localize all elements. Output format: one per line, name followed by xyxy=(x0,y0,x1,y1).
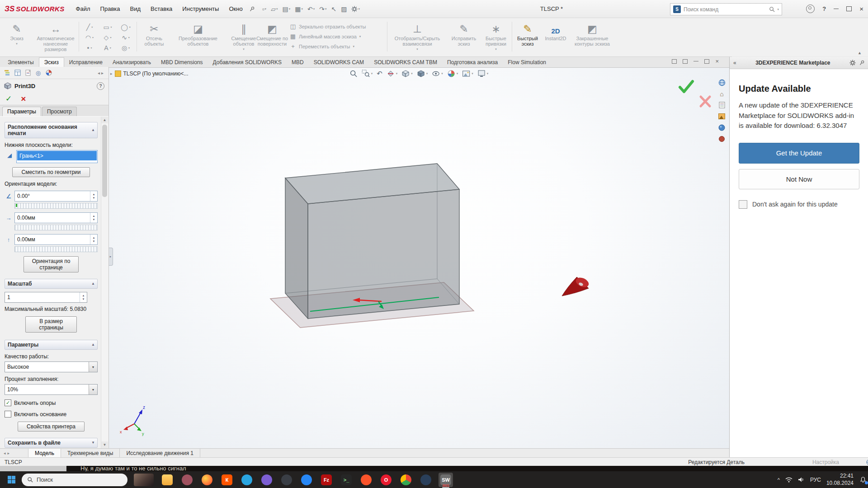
zoom-fit-icon[interactable] xyxy=(349,70,358,78)
new-window-icon[interactable] xyxy=(672,59,677,64)
printer-properties-button[interactable]: Свойства принтера xyxy=(18,422,85,432)
orient-to-page-button[interactable]: Ориентация по странице xyxy=(24,256,79,272)
panel-splitter-handle[interactable]: ▸ xyxy=(108,248,113,266)
ribbon-tab[interactable]: Подготовка анализа xyxy=(442,58,503,67)
spinner-arrows-icon[interactable]: ▲▼ xyxy=(90,213,97,223)
scroll-up-icon[interactable]: ▲ xyxy=(101,117,108,123)
feature-breadcrumb[interactable]: ▸ TLSCP (По умолчанию<... xyxy=(110,70,188,77)
clock[interactable]: 22:41 10.08.2024 xyxy=(826,473,854,487)
doc-minimize-icon[interactable] xyxy=(693,61,698,61)
spinner-arrows-icon[interactable]: ▲▼ xyxy=(90,235,97,244)
taskbar-app-icon[interactable]: O xyxy=(379,473,393,487)
pm-cancel-icon[interactable]: × xyxy=(21,94,26,103)
view-settings-icon[interactable]: ▾ xyxy=(477,70,489,78)
appearances-sphere-icon[interactable] xyxy=(718,124,726,131)
taskbar-app-icon[interactable]: SW 2021 xyxy=(439,473,453,487)
ribbon-tab[interactable]: SOLIDWORKS CAM xyxy=(309,58,369,67)
checkbox-checked-icon[interactable] xyxy=(5,399,11,406)
ribbon-tab[interactable]: Эскиз xyxy=(39,57,64,68)
taskbar-app-icon[interactable] xyxy=(359,473,373,487)
rebuild-icon[interactable]: ▨ xyxy=(339,5,349,14)
undo-icon[interactable]: ↶▾ xyxy=(306,5,316,14)
ribbon-tab[interactable]: MBD xyxy=(287,58,309,67)
quality-select[interactable]: Высокое ▼ xyxy=(5,361,98,372)
taskbar-app-icon[interactable] xyxy=(200,473,214,487)
menu-item[interactable]: Файл xyxy=(71,0,95,18)
network-icon[interactable] xyxy=(785,477,793,483)
dx-input[interactable]: 0.00мм ▲▼ xyxy=(14,212,98,223)
supports-checkbox-row[interactable]: Включить опоры xyxy=(5,399,98,406)
previous-view-icon[interactable]: ↶ xyxy=(377,70,382,78)
menu-item[interactable]: Правка xyxy=(95,0,125,18)
section-view-icon[interactable]: ▾ xyxy=(387,70,398,78)
displaymanager-tab-icon[interactable] xyxy=(45,70,52,76)
dont-ask-checkbox-row[interactable]: Don't ask again for this update xyxy=(739,200,859,209)
pin-menu-icon[interactable] xyxy=(248,5,257,13)
dx-slider[interactable] xyxy=(14,225,98,230)
minimize-icon[interactable] xyxy=(834,9,839,9)
ribbon-smart-dimension-button[interactable]: ↔ Автоматическое нанесение размеров xyxy=(33,20,79,52)
taskbar-app-icon[interactable] xyxy=(160,473,175,487)
taskbar-app-icon[interactable]: К xyxy=(220,473,234,487)
doc-restore-icon[interactable] xyxy=(704,59,709,64)
taskbar-app-icon[interactable] xyxy=(279,473,294,487)
scale-input[interactable]: 1 ▲▼ xyxy=(5,292,87,303)
ribbon-tab[interactable]: Анализировать xyxy=(108,58,156,67)
menu-item[interactable]: Вставка xyxy=(146,0,177,18)
sketch-tool-icon[interactable]: ▭▾ xyxy=(99,22,117,32)
taskbar-app-icon[interactable] xyxy=(259,473,274,487)
save-icon[interactable]: ▤▾ xyxy=(280,5,292,14)
taskbar-app-icon[interactable] xyxy=(299,473,314,487)
maximize-icon[interactable] xyxy=(846,6,852,11)
selection-listbox[interactable]: Грань<1> xyxy=(16,150,98,163)
resources-globe-icon[interactable] xyxy=(718,79,726,86)
ribbon-tab[interactable]: MBD Dimensions xyxy=(156,58,208,67)
taskbar-app-icon[interactable]: >_ xyxy=(339,473,354,487)
ribbon-tab[interactable]: Flow Simulation xyxy=(503,58,551,67)
new-document-icon[interactable]: ▫▾ xyxy=(260,5,268,14)
not-now-button[interactable]: Not Now xyxy=(739,169,859,189)
pm-tab[interactable]: Просмотр xyxy=(42,107,77,116)
document-tab[interactable]: Трехмерные виды xyxy=(61,449,120,458)
ribbon-surface-offset-button[interactable]: ◩ Смещение по поверхности xyxy=(256,20,288,47)
pm-tab[interactable]: Параметры xyxy=(2,107,41,116)
sketch-tool-icon[interactable]: ∿▾ xyxy=(117,32,135,42)
infill-select[interactable]: 10% ▼ xyxy=(5,384,98,395)
custom-properties-icon[interactable] xyxy=(718,135,726,143)
ribbon-collapse-icon[interactable]: ▲ xyxy=(858,51,862,55)
doc-close-icon[interactable]: × xyxy=(715,58,719,65)
configurationmanager-tab-icon[interactable] xyxy=(24,70,31,76)
notification-bell-icon[interactable] xyxy=(859,476,867,484)
ribbon-instant2d-button[interactable]: 2D Instant2D xyxy=(542,20,569,41)
display-style-icon[interactable]: ▾ xyxy=(417,70,428,78)
ribbon-repair-button[interactable]: ✎ Исправить эскиз xyxy=(448,20,480,47)
gear-icon[interactable] xyxy=(849,60,856,66)
dimxpertmanager-tab-icon[interactable]: ◎ xyxy=(35,70,42,76)
search-dropdown-icon[interactable]: ▾ xyxy=(777,8,779,11)
menu-item[interactable]: Вид xyxy=(125,0,146,18)
redo-icon[interactable]: ↷▾ xyxy=(317,5,328,14)
options-gear-icon[interactable]: ▾ xyxy=(349,5,362,13)
menu-item[interactable]: Окно xyxy=(224,0,247,18)
ribbon-shaded-contours-button[interactable]: ◩ Закрашенные контуры эскиза xyxy=(571,20,614,47)
edit-appearance-icon[interactable]: ▾ xyxy=(447,70,458,78)
apply-scene-icon[interactable]: ▾ xyxy=(462,70,473,78)
cascade-windows-icon[interactable] xyxy=(683,59,688,64)
spinner-arrows-icon[interactable]: ▲▼ xyxy=(80,292,87,302)
angle-slider[interactable] xyxy=(14,203,98,209)
taskbar-app-icon[interactable] xyxy=(240,473,254,487)
pm-section-scale[interactable]: Масштаб▲ xyxy=(5,279,98,289)
pm-section-placement[interactable]: Расположение основания печати▲ xyxy=(5,122,98,138)
manager-tabs-scroll-icons[interactable]: ◂▸ xyxy=(98,70,105,75)
pm-scrollbar[interactable]: ▲ ▼ xyxy=(101,117,108,448)
spinner-arrows-icon[interactable]: ▲▼ xyxy=(90,191,97,201)
sketch-tool-icon[interactable]: •▾ xyxy=(80,42,99,53)
pm-ok-icon[interactable]: ✓ xyxy=(5,94,12,103)
expand-arrow-icon[interactable]: ▸ xyxy=(110,71,113,76)
volume-icon[interactable] xyxy=(798,477,805,483)
ribbon-tab[interactable]: Исправление xyxy=(64,58,108,67)
selected-face-item[interactable]: Грань<1> xyxy=(17,151,97,160)
view-orientation-cube-icon[interactable]: ▾ xyxy=(401,70,413,78)
open-document-icon[interactable]: ▱▾ xyxy=(269,5,279,14)
help-icon[interactable]: ? xyxy=(822,5,826,12)
